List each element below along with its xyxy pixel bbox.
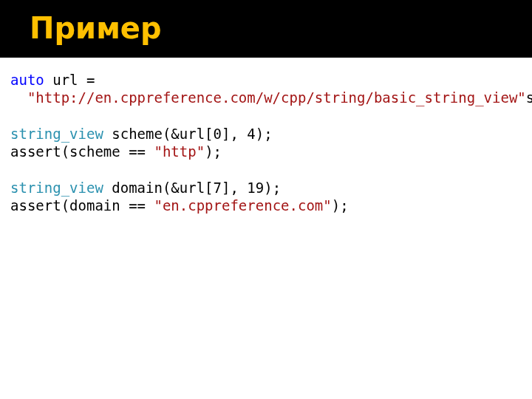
assert-call: assert: [10, 197, 61, 214]
code-text: (domain ==: [61, 197, 154, 214]
type-string-view: string_view: [10, 180, 103, 196]
number-literal: 19: [247, 180, 264, 196]
code-text: ],: [222, 126, 247, 142]
code-text: scheme(&url[: [103, 126, 214, 142]
code-text: );: [256, 126, 273, 142]
code-text: );: [264, 180, 281, 196]
assert-call: assert: [10, 143, 61, 160]
number-literal: 7: [214, 180, 222, 196]
code-line-7: string_view domain(&url[7], 19);: [10, 180, 281, 196]
title-bar: Пример: [0, 0, 532, 58]
code-line-1: auto url =: [10, 72, 95, 88]
code-line-8: assert(domain == "en.cppreference.com");: [10, 197, 349, 214]
code-text: domain(&url[: [103, 180, 214, 196]
number-literal: 4: [247, 126, 255, 142]
string-literal: "http": [154, 143, 205, 160]
code-text: );: [332, 197, 349, 214]
code-text: (scheme ==: [61, 143, 154, 160]
type-string-view: string_view: [10, 126, 103, 142]
keyword-auto: auto: [10, 72, 44, 88]
indent: [10, 89, 27, 106]
code-text: );: [205, 143, 222, 160]
slide: Пример auto url = "http://en.cppreferenc…: [0, 0, 532, 399]
code-line-2: "http://en.cppreference.com/w/cpp/string…: [10, 89, 532, 106]
code-line-5: assert(scheme == "http");: [10, 143, 222, 160]
code-text: s;: [526, 89, 532, 106]
string-literal: "en.cppreference.com": [154, 197, 331, 214]
slide-title: Пример: [30, 12, 532, 44]
code-text: url =: [44, 72, 95, 88]
code-text: ],: [222, 180, 247, 196]
number-literal: 0: [214, 126, 222, 142]
string-literal: "http://en.cppreference.com/w/cpp/string…: [27, 89, 526, 106]
code-line-4: string_view scheme(&url[0], 4);: [10, 126, 273, 142]
code-example: auto url = "http://en.cppreference.com/w…: [0, 58, 532, 215]
